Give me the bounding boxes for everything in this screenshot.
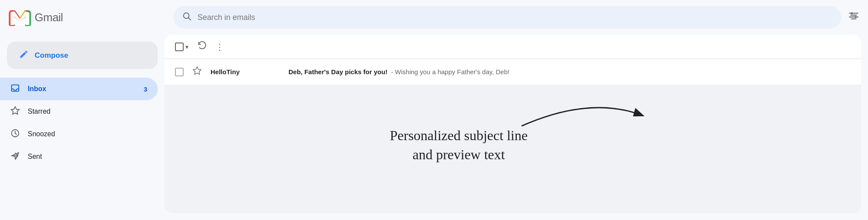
email-checkbox[interactable] [175, 68, 184, 76]
inbox-label: Inbox [28, 85, 126, 93]
clock-icon [10, 128, 20, 140]
email-toolbar: ▾ ⋮ [165, 35, 861, 59]
snoozed-label: Snoozed [28, 130, 147, 138]
logo-area: Gmail [9, 9, 165, 26]
header: Gmail [0, 0, 868, 35]
more-icon[interactable]: ⋮ [215, 42, 224, 52]
annotation-text: Personalized subject line and preview te… [390, 126, 528, 165]
search-bar[interactable] [173, 6, 841, 29]
inbox-icon [10, 83, 20, 95]
email-row[interactable]: HelloTiny Deb, Father's Day picks for yo… [165, 59, 861, 85]
search-icon [182, 11, 191, 23]
email-content: Deb, Father's Day picks for you! - Wishi… [288, 68, 851, 76]
chevron-down-icon[interactable]: ▾ [185, 43, 188, 50]
sidebar: Compose Inbox 3 Starred [0, 35, 165, 220]
refresh-icon[interactable] [197, 41, 207, 53]
filter-icon[interactable] [848, 10, 859, 24]
sidebar-item-starred[interactable]: Starred [0, 100, 158, 123]
search-area [173, 6, 859, 29]
gmail-wordmark: Gmail [35, 11, 63, 24]
compose-label: Compose [35, 51, 68, 60]
gmail-logo-icon [9, 9, 31, 26]
search-input[interactable] [198, 13, 832, 22]
main-layout: Compose Inbox 3 Starred [0, 35, 868, 220]
compose-icon [19, 49, 29, 61]
sidebar-item-snoozed[interactable]: Snoozed [0, 123, 158, 145]
svg-point-8 [855, 16, 856, 18]
starred-label: Starred [28, 108, 147, 115]
email-content-area: ▾ ⋮ HelloTiny Deb, Father's Day picks fo… [165, 35, 861, 213]
svg-point-7 [851, 12, 853, 14]
email-sender: HelloTiny [211, 68, 280, 76]
select-all-area[interactable]: ▾ [175, 43, 188, 51]
inbox-badge: 3 [134, 85, 147, 93]
svg-line-2 [188, 18, 191, 20]
sidebar-item-inbox[interactable]: Inbox 3 [0, 78, 158, 100]
select-all-checkbox[interactable] [175, 43, 184, 51]
email-star-icon[interactable] [192, 66, 202, 78]
send-icon [10, 151, 20, 163]
annotation-area: Personalized subject line and preview te… [165, 85, 861, 213]
sidebar-item-sent[interactable]: Sent [0, 145, 158, 168]
compose-button[interactable]: Compose [7, 42, 158, 69]
star-icon [10, 106, 20, 118]
email-preview: - Wishing you a happy Father's day, Deb! [391, 68, 510, 76]
email-subject: Deb, Father's Day picks for you! [288, 68, 388, 76]
sent-label: Sent [28, 153, 147, 161]
